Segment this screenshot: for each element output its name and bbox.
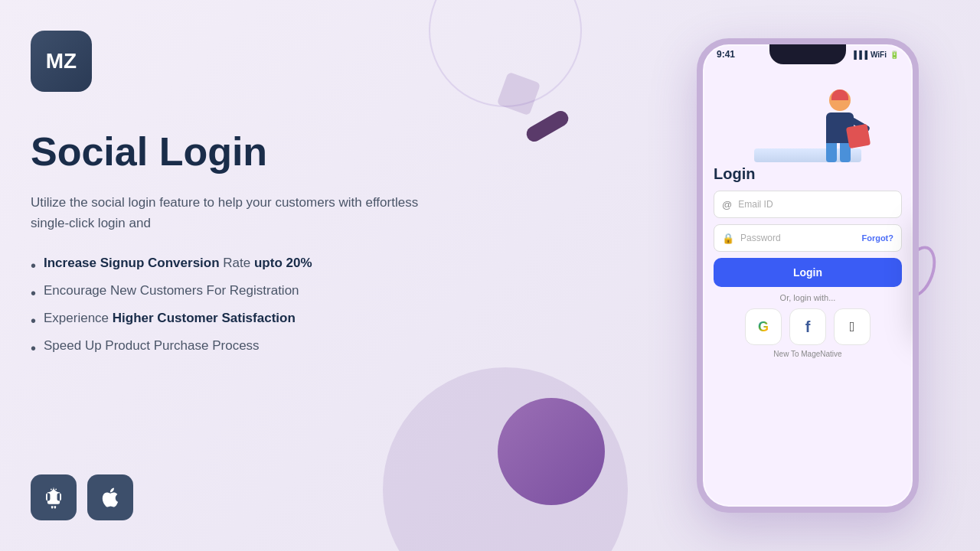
lock-icon: 🔒 <box>722 233 734 244</box>
apple-platform-btn[interactable] <box>87 474 133 520</box>
svg-point-1 <box>55 489 57 491</box>
android-icon <box>42 486 65 509</box>
status-icons: ▐▐▐ WiFi 🔋 <box>851 51 899 59</box>
feature-1-normal: Rate <box>223 256 254 270</box>
feature-1-bold: Increase Signup Conversion <box>44 256 220 270</box>
feature-1-highlight: upto 20% <box>254 256 312 270</box>
apple-social-btn[interactable]:  <box>834 308 871 345</box>
feature-3-highlight: Higher Customer Satisfaction <box>113 311 296 325</box>
password-placeholder: Password <box>740 233 855 243</box>
page-description: Utilize the social login feature to help… <box>31 192 429 233</box>
person-figure <box>826 90 854 162</box>
left-panel: Social Login Utilize the social login fe… <box>31 130 521 366</box>
google-social-btn[interactable]: G <box>745 308 782 345</box>
new-to-text: New To MageNative <box>773 350 841 358</box>
email-icon: @ <box>722 199 732 210</box>
phone-notch <box>769 44 846 64</box>
phone-wrapper: 9:41 ▐▐▐ WiFi 🔋 <box>697 15 919 536</box>
login-button[interactable]: Login <box>714 258 902 287</box>
google-social-icon: G <box>758 319 769 335</box>
password-input[interactable]: 🔒 Password Forgot? <box>714 224 902 252</box>
forgot-link[interactable]: Forgot? <box>861 233 893 243</box>
platform-icons <box>31 474 133 520</box>
person-head <box>829 90 851 111</box>
feature-4-text: Speed Up Product Purchase Process <box>44 338 260 354</box>
feature-list: Increase Signup Conversion Rate upto 20%… <box>31 256 521 358</box>
illustration <box>754 70 861 162</box>
box-prop <box>846 124 871 148</box>
or-divider: Or, login with... <box>780 293 836 302</box>
logo-letters: MZ <box>46 51 77 72</box>
login-button-label: Login <box>793 266 822 279</box>
feature-1-text: Increase Signup Conversion Rate upto 20% <box>44 256 312 271</box>
social-buttons-row: G f  <box>714 308 902 345</box>
wifi-icon: WiFi <box>871 51 887 59</box>
status-time: 9:41 <box>717 49 735 60</box>
person-hair <box>831 90 848 100</box>
battery-icon: 🔋 <box>890 51 899 59</box>
bg-pill <box>524 108 571 144</box>
email-input[interactable]: @ Email ID <box>714 191 902 218</box>
login-title: Login <box>714 165 902 183</box>
signal-icon: ▐▐▐ <box>851 51 867 59</box>
feature-item-4: Speed Up Product Purchase Process <box>31 338 521 358</box>
social-login-popup: f Login with Facebook G Login with Googl… <box>913 213 919 335</box>
person-leg-left <box>826 143 837 162</box>
feature-item-1: Increase Signup Conversion Rate upto 20% <box>31 256 521 276</box>
phone-content: Login @ Email ID 🔒 Password Forgot? Logi… <box>703 60 913 366</box>
email-placeholder: Email ID <box>738 199 893 210</box>
page-title: Social Login <box>31 130 521 174</box>
apple-icon <box>99 486 122 509</box>
apple-social-icon:  <box>850 319 855 335</box>
feature-item-3: Experience Higher Customer Satisfaction <box>31 311 521 331</box>
facebook-social-btn[interactable]: f <box>789 308 826 345</box>
facebook-social-icon: f <box>805 318 811 336</box>
android-platform-btn[interactable] <box>31 474 77 520</box>
feature-3-normal: Experience <box>44 311 113 325</box>
feature-2-text: Encourage New Customers For Registration <box>44 283 299 298</box>
feature-item-2: Encourage New Customers For Registration <box>31 283 521 303</box>
bg-purple-blob <box>498 398 605 505</box>
svg-point-0 <box>51 489 52 491</box>
feature-3-text: Experience Higher Customer Satisfaction <box>44 311 296 326</box>
app-logo: MZ <box>31 31 92 92</box>
phone-frame: 9:41 ▐▐▐ WiFi 🔋 <box>697 38 919 513</box>
